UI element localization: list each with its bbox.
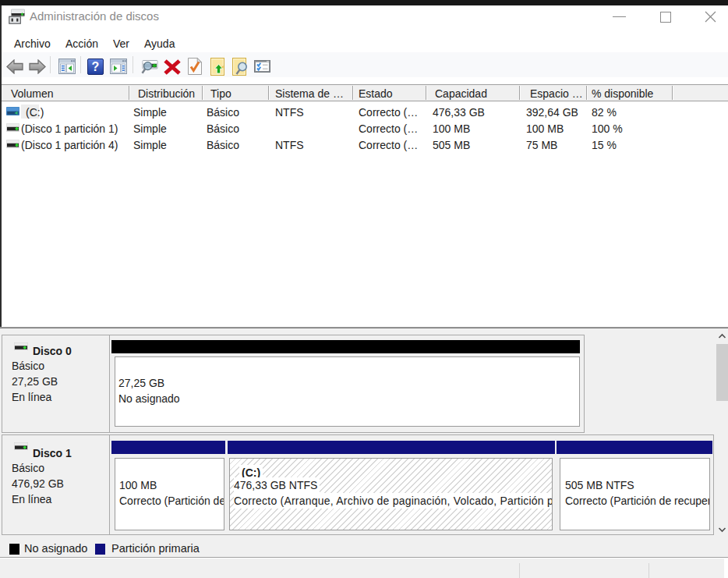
svg-text:?: ? — [92, 60, 100, 73]
